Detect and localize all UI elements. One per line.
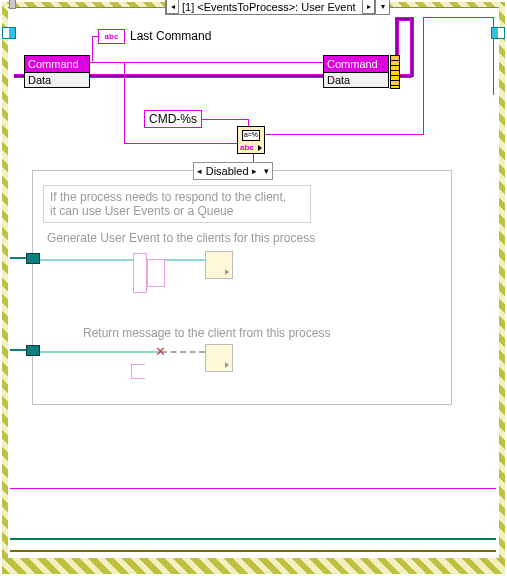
disabled-case-label: Disabled [206,165,249,177]
broken-wire [161,351,205,353]
bundle-data-field[interactable]: Data [324,73,388,87]
faded-array-elem [147,259,165,287]
broken-wire-x-icon: ✕ [155,344,166,359]
event-next-button[interactable]: ▸ [362,0,375,14]
faded-queue-const [131,364,145,379]
format-node-run-icon [258,145,262,151]
cluster-wire-mid [90,74,324,78]
string-constant-icon[interactable]: abc [98,29,125,44]
disabled-note: If the process needs to respond to the c… [43,185,311,223]
event-dropdown-button[interactable]: ▾ [375,0,389,14]
disabled-tunnel-1 [26,253,40,264]
format-node-caption: a=% [242,130,260,141]
event-scroll-nub[interactable] [9,0,16,9]
command-wire-down [124,62,125,144]
event-prev-button[interactable]: ◂ [166,0,179,14]
generate-user-event-node[interactable] [205,251,233,279]
fmt-out-wire-h [265,134,423,135]
cluster-wire-in [14,74,24,78]
unbundle-command-field[interactable]: Command [25,56,89,73]
fmt-out-wire-top [423,17,493,18]
enqueue-node[interactable] [205,344,233,372]
fmtstr-wire [200,119,248,120]
fmt-in-wire [124,143,237,144]
format-node-abc-icon: abc [240,143,254,152]
bundle-cluster[interactable]: Command Data [323,55,389,88]
disabled-prev-button[interactable]: ◂ [194,166,206,176]
disabled-event-wire [33,259,205,261]
disabled-note-line2: it can use User Events or a Queue [50,204,304,218]
cluster-wire-out [399,74,412,78]
disabled-case-selector[interactable]: ◂ Disabled ▸ ▾ [193,162,273,180]
disabled-dropdown-button[interactable]: ▾ [260,166,272,176]
unbundle-cluster[interactable]: Command Data [24,55,90,88]
cluster-wire-up2 [410,17,414,77]
disabled-queue-wire [33,351,159,353]
cluster-wire-up1 [395,17,399,57]
right-tunnel-1 [491,27,505,39]
disabled-note-line1: If the process needs to respond to the c… [50,190,304,204]
format-string-constant[interactable]: CMD-%s [144,110,202,128]
return-message-caption: Return message to the client from this p… [83,326,330,340]
bus-green-wire [10,538,496,540]
format-into-string-node[interactable]: a=% abc [237,126,265,154]
bus-olive-wire [10,550,496,552]
fmt-out-wire-v [423,17,424,135]
bundle-output-bar [390,55,400,89]
cluster-wire-top1 [395,17,410,21]
disabled-tunnel-2 [26,345,40,356]
unbundle-data-field[interactable]: Data [25,73,89,87]
wire-v1 [92,36,93,61]
bus-pink-wire [10,488,496,489]
disabled-next-button[interactable]: ▸ [249,166,261,176]
gen-user-event-caption: Generate User Event to the clients for t… [47,231,315,245]
left-tunnel-1 [2,27,16,39]
event-case-selector[interactable]: ◂ [1] <EventsToProcess>: User Event ▸ ▾ [165,0,390,15]
faded-array-const [133,253,147,293]
last-command-label: Last Command [130,29,211,43]
event-case-label: [1] <EventsToProcess>: User Event [179,1,362,13]
command-wire [90,62,324,63]
bundle-command-field[interactable]: Command [324,56,388,73]
disabled-structure: ◂ Disabled ▸ ▾ If the process needs to r… [32,170,452,405]
